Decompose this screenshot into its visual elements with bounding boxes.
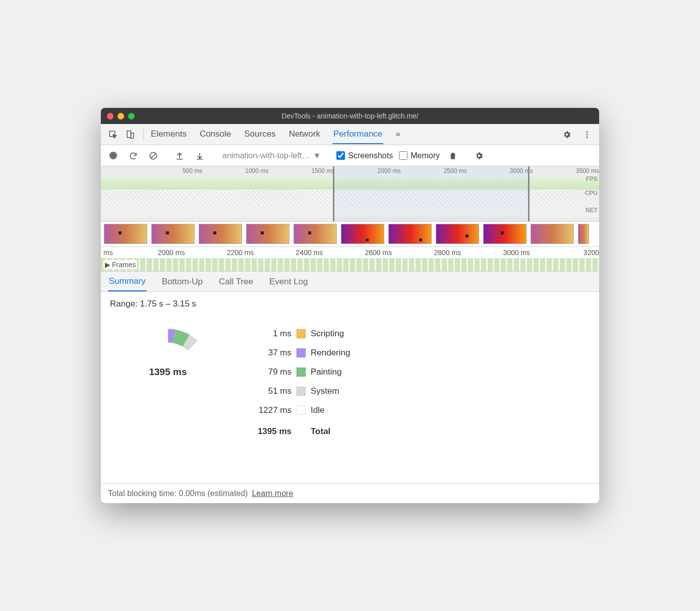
filmstrip-frame[interactable] bbox=[531, 224, 574, 244]
zoom-window-button[interactable] bbox=[128, 113, 135, 119]
screenshots-checkbox[interactable]: Screenshots bbox=[336, 151, 393, 160]
tabs-overflow-icon[interactable]: » bbox=[394, 125, 401, 144]
legend-value: 1227 ms bbox=[246, 405, 291, 415]
settings-icon[interactable] bbox=[560, 128, 574, 142]
screenshots-label: Screenshots bbox=[348, 151, 393, 160]
filmstrip-frame[interactable] bbox=[104, 224, 147, 244]
screenshots-checkbox-input[interactable] bbox=[336, 151, 345, 160]
screenshots-filmstrip[interactable] bbox=[101, 222, 599, 247]
legend-swatch bbox=[297, 348, 306, 357]
tab-performance[interactable]: Performance bbox=[332, 125, 383, 144]
main-toolbar: Elements Console Sources Network Perform… bbox=[101, 124, 599, 145]
clear-button[interactable] bbox=[146, 149, 160, 163]
summary-legend: 1 ms Scripting37 ms Rendering79 ms Paint… bbox=[246, 324, 350, 441]
record-button[interactable] bbox=[106, 149, 120, 163]
flamechart[interactable]: ms 2000 ms2200 ms2400 ms2600 ms2800 ms30… bbox=[101, 247, 599, 272]
legend-value: 51 ms bbox=[246, 386, 291, 396]
svg-rect-2 bbox=[131, 133, 134, 139]
filmstrip-frame[interactable] bbox=[246, 224, 289, 244]
frames-track-header[interactable]: ▶ Frames bbox=[103, 260, 137, 269]
range-label: Range: 1.75 s – 3.15 s bbox=[110, 299, 590, 309]
legend-row: 37 ms Rendering bbox=[246, 343, 350, 362]
frames-track[interactable]: ▶ Frames bbox=[101, 258, 599, 271]
titlebar[interactable]: DevTools - animation-with-top-left.glitc… bbox=[101, 108, 599, 124]
legend-row: 79 ms Painting bbox=[246, 362, 350, 382]
footer-bar: Total blocking time: 0.00ms (estimated) … bbox=[101, 483, 599, 503]
cpu-label: CPU bbox=[585, 190, 598, 197]
load-profile-icon[interactable] bbox=[172, 149, 187, 163]
reload-record-button[interactable] bbox=[126, 149, 140, 163]
tab-elements[interactable]: Elements bbox=[150, 125, 188, 144]
window-title: DevTools - animation-with-top-left.glitc… bbox=[101, 112, 599, 120]
summary-donut-chart: 1395 ms bbox=[120, 324, 216, 420]
more-icon[interactable] bbox=[580, 128, 594, 142]
net-label: NET bbox=[586, 207, 598, 214]
fps-label: FPS bbox=[586, 175, 598, 182]
legend-label: Rendering bbox=[311, 348, 350, 358]
garbage-collect-icon[interactable] bbox=[446, 149, 460, 163]
legend-row-total: 1395 ms Total bbox=[246, 422, 350, 441]
save-profile-icon[interactable] bbox=[193, 149, 207, 163]
filmstrip-frame[interactable] bbox=[388, 224, 432, 244]
timeline-overview[interactable]: 500 ms1000 ms1500 ms2000 ms2500 ms3000 m… bbox=[101, 166, 599, 222]
svg-point-3 bbox=[587, 131, 588, 133]
tab-console[interactable]: Console bbox=[199, 125, 232, 144]
summary-panel: Range: 1.75 s – 3.15 s 1395 ms 1 ms Scri… bbox=[101, 292, 599, 483]
tab-network[interactable]: Network bbox=[288, 125, 321, 144]
filmstrip-frame[interactable] bbox=[436, 224, 479, 244]
legend-value: 37 ms bbox=[246, 348, 291, 358]
legend-swatch bbox=[297, 368, 306, 377]
filmstrip-frame[interactable] bbox=[341, 224, 384, 244]
devtools-window: DevTools - animation-with-top-left.glitc… bbox=[101, 108, 599, 503]
legend-row: 51 ms System bbox=[246, 382, 350, 401]
window-controls bbox=[107, 113, 135, 119]
blocking-time-text: Total blocking time: 0.00ms (estimated) bbox=[108, 489, 248, 498]
flamechart-ticks: ms 2000 ms2200 ms2400 ms2600 ms2800 ms30… bbox=[101, 247, 599, 258]
svg-rect-1 bbox=[127, 131, 131, 138]
filmstrip-frame[interactable] bbox=[151, 224, 195, 244]
memory-checkbox[interactable]: Memory bbox=[399, 151, 440, 160]
tab-sources[interactable]: Sources bbox=[243, 125, 276, 144]
tab-call-tree[interactable]: Call Tree bbox=[218, 273, 254, 291]
overview-selection-window[interactable] bbox=[333, 166, 530, 221]
legend-label: Idle bbox=[311, 405, 324, 415]
legend-label: Painting bbox=[311, 367, 341, 377]
donut-center-value: 1395 ms bbox=[120, 324, 216, 420]
capture-settings-icon[interactable] bbox=[472, 149, 486, 163]
memory-checkbox-input[interactable] bbox=[399, 151, 407, 160]
profile-selector[interactable]: animation-with-top-left… ▼ bbox=[219, 150, 324, 162]
legend-row: 1 ms Scripting bbox=[246, 324, 350, 343]
filmstrip-frame[interactable] bbox=[578, 224, 589, 244]
memory-label: Memory bbox=[411, 151, 440, 160]
legend-row: 1227 ms Idle bbox=[246, 401, 350, 420]
legend-swatch bbox=[297, 406, 306, 415]
legend-label: System bbox=[311, 386, 339, 396]
close-window-button[interactable] bbox=[107, 113, 113, 119]
svg-point-4 bbox=[587, 134, 588, 135]
legend-total-label: Total bbox=[311, 426, 330, 437]
minimize-window-button[interactable] bbox=[118, 113, 124, 119]
legend-label: Scripting bbox=[311, 329, 344, 339]
tab-event-log[interactable]: Event Log bbox=[268, 273, 309, 291]
frames-label: Frames bbox=[112, 261, 136, 269]
filmstrip-frame[interactable] bbox=[483, 224, 527, 244]
performance-toolbar: animation-with-top-left… ▼ Screenshots M… bbox=[101, 145, 599, 166]
profile-selector-label: animation-with-top-left… bbox=[222, 151, 310, 160]
filmstrip-frame[interactable] bbox=[199, 224, 242, 244]
learn-more-link[interactable]: Learn more bbox=[252, 489, 293, 498]
svg-point-5 bbox=[587, 136, 588, 138]
expand-icon: ▶ bbox=[105, 261, 110, 269]
device-toolbar-icon[interactable] bbox=[123, 128, 137, 142]
legend-value: 79 ms bbox=[246, 367, 291, 377]
legend-value: 1 ms bbox=[246, 329, 291, 339]
legend-swatch bbox=[297, 329, 306, 338]
details-tabs: Summary Bottom-Up Call Tree Event Log bbox=[101, 272, 599, 292]
legend-total-value: 1395 ms bbox=[246, 426, 291, 437]
tab-bottom-up[interactable]: Bottom-Up bbox=[161, 273, 204, 291]
tab-summary[interactable]: Summary bbox=[108, 272, 147, 291]
inspect-icon[interactable] bbox=[106, 128, 120, 142]
filmstrip-frame[interactable] bbox=[294, 224, 337, 244]
legend-swatch bbox=[297, 387, 306, 396]
chevron-down-icon: ▼ bbox=[313, 151, 321, 160]
panel-tabs: Elements Console Sources Network Perform… bbox=[150, 125, 557, 144]
